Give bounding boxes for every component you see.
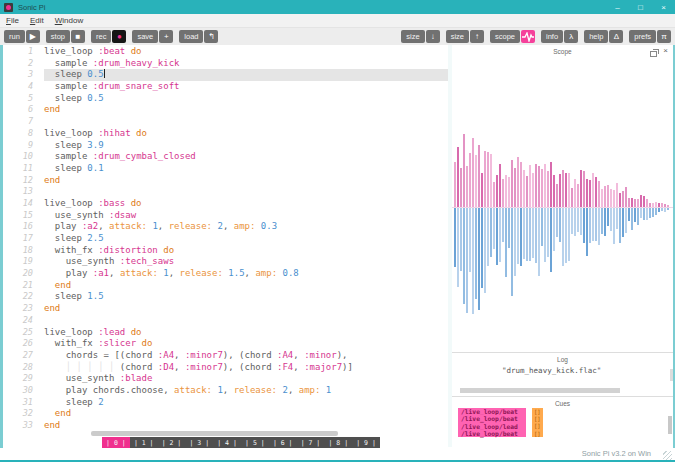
stop-button[interactable]: stop■ [46,30,85,43]
buffer-tab-3[interactable]: | 3 | [185,437,213,448]
code-line-18[interactable]: 18 with_fx :distortion do [3,245,448,257]
scope-bar-left-channel [604,186,606,207]
cue-rows: /live_loop/beat[]/live_loop/beat[]/live_… [458,408,543,437]
code-lines[interactable]: 1live_loop :beat do2 sample :drum_heavy_… [3,46,448,432]
save-plus-icon: + [159,30,173,43]
code-line-27[interactable]: 27 chords = [(chord :A4, :minor7), (chor… [3,350,448,362]
code-line-29[interactable]: 29 use_synth :blade [3,373,448,385]
scope-bar-right-channel [562,208,564,266]
line-number: 13 [3,186,44,198]
line-content: use_synth :blade [44,373,448,385]
close-button[interactable]: × [652,0,675,14]
cue-args: [] [532,423,543,430]
load-button[interactable]: load↰ [179,30,218,43]
scope-bar-left-channel [478,145,480,207]
save-button[interactable]: save+ [132,30,173,43]
scope-button[interactable]: scope [490,30,535,43]
code-line-14[interactable]: 14live_loop :bass do [3,198,448,210]
menu-file[interactable]: File [6,16,19,25]
scope-bar-right-channel [646,208,648,220]
size-up-button[interactable]: size↑ [446,30,484,43]
code-line-21[interactable]: 21 end [3,280,448,292]
scope-bar-left-channel [655,202,657,207]
titlebar[interactable]: Sonic Pi –□× [0,0,675,14]
code-line-25[interactable]: 25live_loop :lead do [3,327,448,339]
line-number: 23 [3,303,44,315]
line-content: live_loop :lead do [44,327,448,339]
code-line-5[interactable]: 5 sleep 0.5 [3,93,448,105]
code-line-4[interactable]: 4 sample :drum_snare_soft [3,81,448,93]
menu-window[interactable]: Window [55,16,83,25]
scope-bar-left-channel [643,196,645,207]
code-line-16[interactable]: 16 play :a2, attack: 1, release: 2, amp:… [3,221,448,233]
code-line-8[interactable]: 8live_loop :hihat do [3,128,448,140]
code-line-23[interactable]: 23end [3,303,448,315]
buffer-tab-2[interactable]: | 2 | [158,437,186,448]
code-line-3[interactable]: 3 sleep 0.5 [3,69,448,81]
scope-bar-right-channel [565,208,567,263]
code-line-10[interactable]: 10 sample :drum_cymbal_closed [3,151,448,163]
minimize-button[interactable]: – [606,0,629,14]
cues-vertical-scrollbar[interactable] [668,416,672,434]
resize-grip-icon[interactable] [663,451,672,460]
help-button[interactable]: helpΔ [584,30,623,43]
code-line-33[interactable]: 33end [3,420,448,432]
editor-horizontal-scrollbar[interactable] [91,431,338,436]
buffer-tab-7[interactable]: | 7 | [297,437,325,448]
code-line-12[interactable]: 12end [3,175,448,187]
buffer-tab-6[interactable]: | 6 | [269,437,297,448]
scope-bar-left-channel [592,173,594,207]
scope-bar-right-channel [475,208,477,299]
code-line-2[interactable]: 2 sample :drum_heavy_kick [3,58,448,70]
cue-path: /live_loop/beat [458,415,526,422]
log-vertical-scrollbar[interactable] [670,369,673,381]
code-line-1[interactable]: 1live_loop :beat do [3,46,448,58]
code-editor[interactable]: 1live_loop :beat do2 sample :drum_heavy_… [3,45,448,447]
code-line-7[interactable]: 7 [3,116,448,128]
buffer-tab-5[interactable]: | 5 | [241,437,269,448]
code-line-15[interactable]: 15 use_synth :dsaw [3,210,448,222]
buffer-tab-4[interactable]: | 4 | [213,437,241,448]
code-line-24[interactable]: 24 [3,315,448,327]
size-down-button[interactable]: size↓ [401,30,439,43]
line-number: 12 [3,175,44,187]
scope-bar-left-channel [496,175,498,207]
rec-button[interactable]: rec● [91,30,126,43]
line-content: with_fx :distortion do [44,245,448,257]
code-line-6[interactable]: 6end [3,104,448,116]
line-number: 7 [3,116,44,128]
code-line-20[interactable]: 20 play :a1, attack: 1, release: 1.5, am… [3,268,448,280]
code-line-30[interactable]: 30 play chords.choose, attack: 1, releas… [3,385,448,397]
scope-bar-left-channel [568,173,570,207]
code-line-28[interactable]: 28 │ │ │ │ │ (chord :D4, :minor7), (chor… [3,362,448,374]
log-panel: Log "drum_heavy_kick.flac" [452,352,673,397]
code-line-13[interactable]: 13 [3,186,448,198]
toolbar-left-group: run▶stop■rec●save+load↰ [4,30,218,43]
code-line-19[interactable]: 19 use_synth :tech_saws [3,256,448,268]
run-button[interactable]: run▶ [4,30,40,43]
code-line-32[interactable]: 32 end [3,408,448,420]
status-version-text: Sonic Pi v3.2 on Win [582,449,651,458]
code-line-22[interactable]: 22 sleep 1.5 [3,291,448,303]
line-number: 15 [3,210,44,222]
info-button[interactable]: infoλ [541,30,578,43]
line-content: sample :drum_heavy_kick [44,58,448,70]
maximize-button[interactable]: □ [629,0,652,14]
code-line-9[interactable]: 9 sleep 3.9 [3,140,448,152]
menu-edit[interactable]: Edit [30,16,44,25]
code-line-26[interactable]: 26 with_fx :slicer do [3,338,448,350]
prefs-button[interactable]: prefsπ [629,30,671,43]
code-line-17[interactable]: 17 sleep 2.5 [3,233,448,245]
buffer-tab-8[interactable]: | 8 | [324,437,352,448]
line-number: 16 [3,221,44,233]
buffer-tab-1[interactable]: | 1 | [130,437,158,448]
buffer-tab-9[interactable]: | 9 | [352,437,380,448]
code-line-31[interactable]: 31 sleep 2 [3,397,448,409]
scope-bar-right-channel [580,208,582,235]
scope-bar-left-channel [628,198,630,207]
scope-bar-right-channel [508,208,510,248]
buffer-tab-0[interactable]: | 0 | [102,437,130,448]
scope-bar-left-channel [565,173,567,207]
code-line-11[interactable]: 11 sleep 0.1 [3,163,448,175]
log-horizontal-scrollbar[interactable] [460,388,620,393]
